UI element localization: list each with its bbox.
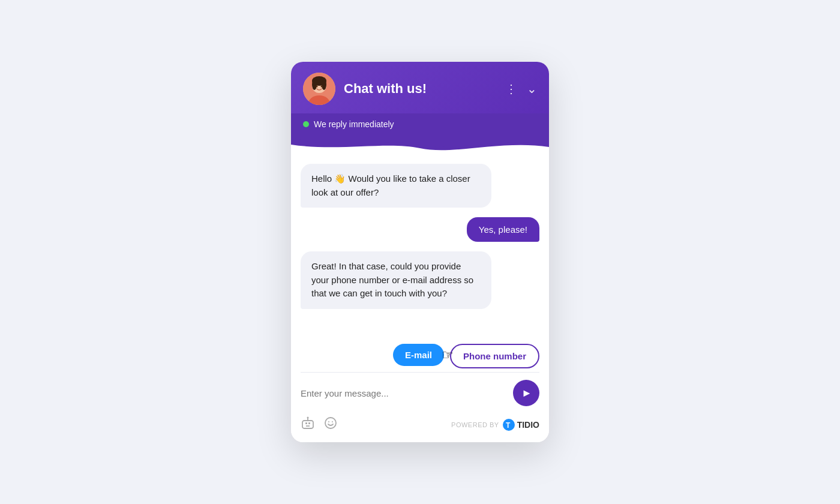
svg-point-16 bbox=[332, 421, 333, 422]
svg-text:T: T bbox=[506, 421, 511, 430]
svg-point-7 bbox=[321, 86, 323, 88]
more-options-icon[interactable]: ⋮ bbox=[505, 82, 517, 96]
tidio-logo: T TIDIO bbox=[503, 419, 539, 431]
send-button[interactable]: ► bbox=[513, 380, 539, 406]
bot-message-1: Hello 👋 Would you like to take a closer … bbox=[301, 164, 491, 208]
email-quick-reply-button[interactable]: E-mail bbox=[393, 344, 444, 366]
avatar bbox=[303, 73, 335, 105]
bot-message-2: Great! In that case, could you provide y… bbox=[301, 251, 491, 309]
svg-point-13 bbox=[307, 417, 309, 419]
svg-point-15 bbox=[328, 421, 329, 422]
user-message-1: Yes, please! bbox=[467, 217, 539, 242]
message-input[interactable] bbox=[301, 388, 507, 398]
status-text: We reply immediately bbox=[314, 119, 394, 129]
chat-header: Chat with us! ⋮ ⌄ We reply immediately bbox=[291, 62, 549, 137]
svg-point-6 bbox=[316, 86, 318, 88]
online-status-dot bbox=[303, 121, 309, 127]
tidio-brand-name: TIDIO bbox=[517, 420, 539, 430]
minimize-icon[interactable]: ⌄ bbox=[527, 82, 537, 96]
phone-quick-reply-button[interactable]: Phone number bbox=[450, 344, 539, 368]
wave-separator bbox=[291, 137, 549, 152]
bot-icon[interactable] bbox=[301, 416, 315, 434]
chat-messages: Hello 👋 Would you like to take a closer … bbox=[291, 152, 549, 344]
footer-icons bbox=[301, 416, 338, 434]
header-icons: ⋮ ⌄ bbox=[505, 82, 537, 96]
powered-by-text: POWERED BY bbox=[451, 421, 499, 428]
svg-point-5 bbox=[322, 79, 326, 90]
chat-header-sub: We reply immediately bbox=[291, 113, 549, 137]
chat-header-top: Chat with us! ⋮ ⌄ bbox=[291, 62, 549, 113]
quick-replies: E-mail ☞ Phone number bbox=[291, 344, 549, 372]
email-btn-wrapper: E-mail ☞ bbox=[393, 344, 444, 368]
chat-input-area: ► bbox=[291, 373, 549, 411]
powered-by: POWERED BY T TIDIO bbox=[451, 419, 539, 431]
svg-rect-9 bbox=[305, 422, 307, 424]
svg-rect-10 bbox=[308, 422, 310, 424]
svg-point-14 bbox=[325, 418, 336, 428]
emoji-icon[interactable] bbox=[323, 416, 338, 434]
svg-point-4 bbox=[312, 79, 317, 90]
chat-widget: Chat with us! ⋮ ⌄ We reply immediately H… bbox=[291, 62, 549, 442]
chat-title: Chat with us! bbox=[344, 81, 497, 97]
send-icon: ► bbox=[521, 387, 532, 400]
svg-rect-8 bbox=[302, 421, 313, 428]
chat-footer: POWERED BY T TIDIO bbox=[291, 411, 549, 442]
